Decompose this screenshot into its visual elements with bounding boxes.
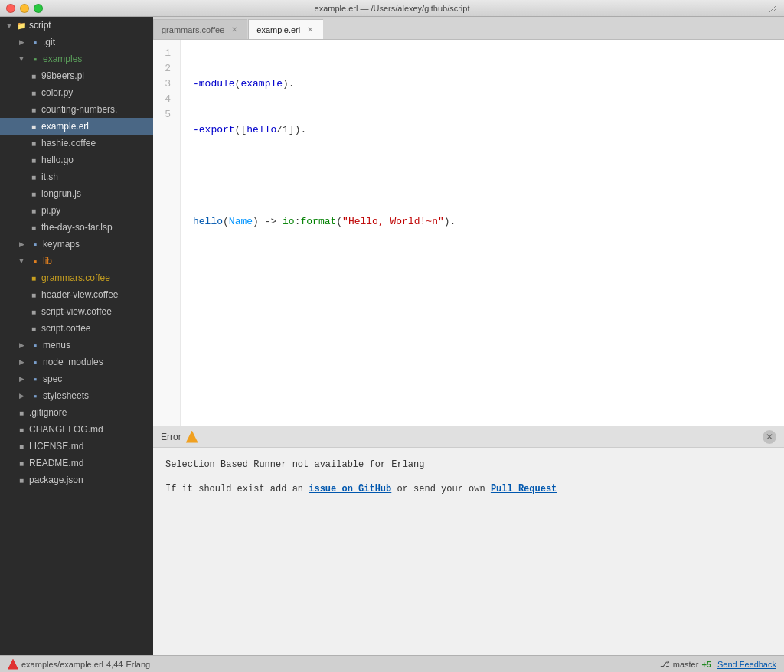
file-label-license: LICENSE.md <box>29 441 83 452</box>
tab-label-grammars: grammars.coffee <box>162 25 224 34</box>
sidebar-item-longrunds[interactable]: ■ longrun.js <box>0 185 153 202</box>
tab-close-grammars[interactable]: ✕ <box>229 24 240 35</box>
stylesheets-label: stylesheets <box>43 390 89 401</box>
error-panel: Error ✕ Selection Based Runner not avail… <box>153 426 784 655</box>
sidebar-item-pipy[interactable]: ■ pi.py <box>0 202 153 219</box>
line-num-5: 5 <box>159 107 171 122</box>
error-title-area: Error <box>161 431 198 443</box>
tab-close-example[interactable]: ✕ <box>305 24 315 35</box>
file-icon: ■ <box>28 171 40 183</box>
status-branch-name: master <box>673 660 699 669</box>
code-content[interactable]: -module(example). -export([hello/1]). he… <box>181 40 784 426</box>
triangle-right-icon: ▶ <box>15 339 28 351</box>
file-label-colorpy: color.py <box>41 87 73 98</box>
folder-icon: ▪ <box>29 373 41 385</box>
sidebar-root[interactable]: ▼ 📁 script <box>0 17 153 34</box>
file-icon: ■ <box>28 322 40 334</box>
error-link-github[interactable]: issue on GitHub <box>309 484 391 494</box>
sidebar-item-lib[interactable]: ▼ ▪ lib <box>0 253 153 269</box>
sidebar-item-packagejson[interactable]: ■ package.json <box>0 471 153 488</box>
sidebar-item-hashie[interactable]: ■ hashie.coffee <box>0 135 153 152</box>
triangle-right-icon: ▶ <box>15 238 28 250</box>
sidebar-item-scriptcoffee[interactable]: ■ script.coffee <box>0 320 153 337</box>
sidebar-item-gitignore[interactable]: ■ .gitignore <box>0 404 153 421</box>
sidebar-item-git[interactable]: ▶ ▪ .git <box>0 34 153 51</box>
sidebar-item-examples[interactable]: ▼ ▪ examples <box>0 51 153 67</box>
line-num-3: 3 <box>159 77 171 92</box>
sidebar-item-theday[interactable]: ■ the-day-so-far.lsp <box>0 219 153 236</box>
tab-grammars[interactable]: grammars.coffee ✕ <box>153 19 247 39</box>
status-changes: +5 <box>701 660 711 669</box>
sidebar-item-headerview[interactable]: ■ header-view.coffee <box>0 286 153 303</box>
triangle-right-icon: ▶ <box>15 36 28 48</box>
error-link-pullrequest[interactable]: Pull Request <box>491 484 557 494</box>
resize-icon[interactable] <box>769 4 778 13</box>
error-label: Error <box>161 432 181 442</box>
file-label-readme: README.md <box>29 458 83 468</box>
file-label-theday: the-day-so-far.lsp <box>41 222 113 233</box>
file-label-longrun: longrun.js <box>41 188 81 199</box>
sidebar-item-stylesheets[interactable]: ▶ ▪ stylesheets <box>0 387 153 404</box>
file-icon: ■ <box>15 423 28 435</box>
sidebar-item-itsh[interactable]: ■ it.sh <box>0 168 153 185</box>
code-line-2: -export([hello/1]). <box>193 122 772 138</box>
file-icon: ■ <box>28 289 40 301</box>
sidebar-item-colorpy[interactable]: ■ color.py <box>0 84 153 101</box>
tab-example[interactable]: example.erl ✕ <box>248 19 323 39</box>
file-icon: ■ <box>28 70 40 82</box>
sidebar-item-readme[interactable]: ■ README.md <box>0 455 153 471</box>
sidebar[interactable]: ▼ 📁 script ▶ ▪ .git ▼ ▪ examples ■ 99bee… <box>0 17 153 655</box>
root-label: script <box>29 20 51 31</box>
folder-icon: ▪ <box>29 36 41 48</box>
triangle-right-icon: ▶ <box>15 390 28 402</box>
triangle-down-icon: ▼ <box>15 255 28 267</box>
maximize-button[interactable] <box>34 4 43 13</box>
file-label-itsh: it.sh <box>41 171 58 182</box>
status-left: examples/example.erl 4,44 Erlang <box>8 659 150 670</box>
status-feedback[interactable]: Send Feedback <box>717 660 776 669</box>
minimize-button[interactable] <box>20 4 29 13</box>
sidebar-item-99beers[interactable]: ■ 99beers.pl <box>0 67 153 84</box>
sidebar-item-scriptview[interactable]: ■ script-view.coffee <box>0 303 153 320</box>
file-icon: ■ <box>15 406 28 419</box>
lib-label: lib <box>43 256 52 266</box>
tabs-bar: grammars.coffee ✕ example.erl ✕ <box>153 17 784 40</box>
editor-area: grammars.coffee ✕ example.erl ✕ 1 2 3 4 … <box>153 17 784 655</box>
root-folder-icon: 📁 <box>15 19 28 31</box>
sidebar-item-nodemodules[interactable]: ▶ ▪ node_modules <box>0 354 153 370</box>
file-label-hashie: hashie.coffee <box>41 138 96 148</box>
sidebar-item-keymaps[interactable]: ▶ ▪ keymaps <box>0 236 153 253</box>
code-line-5 <box>193 260 772 276</box>
status-position: 4,44 <box>106 660 122 669</box>
sidebar-item-menus[interactable]: ▶ ▪ menus <box>0 337 153 354</box>
file-label-exampleerl: example.erl <box>41 121 89 132</box>
error-close-button[interactable]: ✕ <box>763 430 776 444</box>
error-text-pre: If it should exist add an <box>165 484 309 494</box>
examples-label: examples <box>43 54 82 64</box>
code-editor[interactable]: 1 2 3 4 5 -module(example). -export([hel… <box>153 40 784 426</box>
sidebar-item-counting[interactable]: ■ counting-numbers. <box>0 101 153 118</box>
status-filepath: examples/example.erl <box>21 660 103 669</box>
sidebar-item-hellogo[interactable]: ■ hello.go <box>0 152 153 168</box>
status-right: ⎇ master +5 Send Feedback <box>660 659 776 669</box>
triangle-down-icon: ▼ <box>15 53 28 65</box>
window-controls[interactable] <box>6 4 43 13</box>
sidebar-item-changelog[interactable]: ■ CHANGELOG.md <box>0 421 153 438</box>
line-num-1: 1 <box>159 46 171 61</box>
sidebar-item-exampleerl[interactable]: ■ example.erl <box>0 118 153 135</box>
folder-icon: ▪ <box>29 339 41 351</box>
line-numbers: 1 2 3 4 5 <box>153 40 181 426</box>
file-label-counting: counting-numbers. <box>41 104 117 115</box>
file-label-packagejson: package.json <box>29 475 83 485</box>
code-line-4: hello(Name) -> io:format("Hello, World!~… <box>193 214 772 230</box>
main-area: ▼ 📁 script ▶ ▪ .git ▼ ▪ examples ■ 99bee… <box>0 17 784 655</box>
folder-icon: ▪ <box>29 390 41 402</box>
file-label-grammars: grammars.coffee <box>41 272 110 283</box>
spec-label: spec <box>43 374 62 384</box>
close-button[interactable] <box>6 4 15 13</box>
file-label-pipy: pi.py <box>41 205 60 216</box>
sidebar-item-license[interactable]: ■ LICENSE.md <box>0 438 153 455</box>
tab-label-example: example.erl <box>256 25 300 34</box>
sidebar-item-spec[interactable]: ▶ ▪ spec <box>0 370 153 387</box>
sidebar-item-grammars[interactable]: ■ grammars.coffee <box>0 269 153 286</box>
